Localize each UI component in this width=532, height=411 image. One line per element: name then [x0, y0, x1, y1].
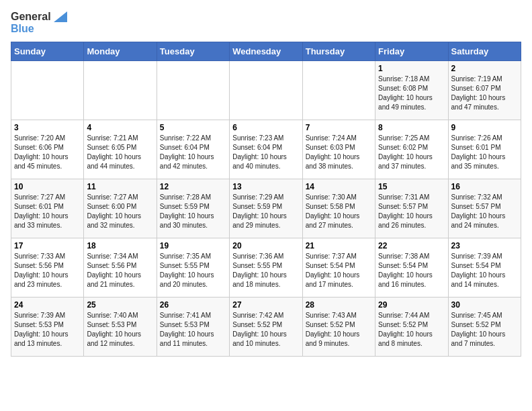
calendar-cell: 22Sunrise: 7:38 AM Sunset: 5:54 PM Dayli…	[375, 238, 448, 298]
calendar-cell: 5Sunrise: 7:22 AM Sunset: 6:04 PM Daylig…	[157, 120, 229, 179]
day-number: 16	[451, 182, 518, 191]
calendar-cell: 17Sunrise: 7:33 AM Sunset: 5:56 PM Dayli…	[11, 238, 84, 298]
calendar-cell: 11Sunrise: 7:27 AM Sunset: 6:00 PM Dayli…	[84, 179, 157, 238]
calendar-cell: 23Sunrise: 7:39 AM Sunset: 5:54 PM Dayli…	[448, 238, 521, 298]
calendar-cell: 21Sunrise: 7:37 AM Sunset: 5:54 PM Dayli…	[302, 238, 375, 298]
logo: General Blue	[11, 11, 67, 35]
weekday-header: Friday	[375, 42, 448, 61]
calendar-cell: 2Sunrise: 7:19 AM Sunset: 6:07 PM Daylig…	[448, 61, 521, 120]
day-info: Sunrise: 7:27 AM Sunset: 6:00 PM Dayligh…	[87, 193, 153, 230]
day-number: 2	[451, 64, 518, 73]
day-number: 15	[378, 182, 445, 191]
calendar-cell: 25Sunrise: 7:40 AM Sunset: 5:53 PM Dayli…	[84, 298, 157, 357]
page-header: General Blue	[11, 11, 521, 35]
svg-marker-0	[54, 11, 67, 22]
day-number: 14	[306, 182, 372, 191]
day-info: Sunrise: 7:36 AM Sunset: 5:55 PM Dayligh…	[232, 252, 299, 289]
calendar-header: SundayMondayTuesdayWednesdayThursdayFrid…	[11, 42, 521, 61]
calendar-cell	[157, 61, 229, 120]
day-info: Sunrise: 7:44 AM Sunset: 5:52 PM Dayligh…	[378, 311, 445, 349]
day-info: Sunrise: 7:33 AM Sunset: 5:56 PM Dayligh…	[14, 252, 81, 289]
weekday-row: SundayMondayTuesdayWednesdayThursdayFrid…	[11, 42, 521, 61]
calendar-week-row: 10Sunrise: 7:27 AM Sunset: 6:01 PM Dayli…	[11, 179, 521, 238]
day-number: 26	[160, 300, 226, 310]
day-number: 11	[87, 182, 153, 191]
calendar-week-row: 1Sunrise: 7:18 AM Sunset: 6:08 PM Daylig…	[11, 61, 521, 120]
calendar-week-row: 3Sunrise: 7:20 AM Sunset: 6:06 PM Daylig…	[11, 120, 521, 179]
day-info: Sunrise: 7:32 AM Sunset: 5:57 PM Dayligh…	[451, 193, 518, 230]
day-number: 19	[160, 241, 226, 250]
calendar-cell: 8Sunrise: 7:25 AM Sunset: 6:02 PM Daylig…	[375, 120, 448, 179]
calendar-cell: 3Sunrise: 7:20 AM Sunset: 6:06 PM Daylig…	[11, 120, 84, 179]
calendar-cell: 30Sunrise: 7:45 AM Sunset: 5:52 PM Dayli…	[448, 298, 521, 357]
calendar-cell: 29Sunrise: 7:44 AM Sunset: 5:52 PM Dayli…	[375, 298, 448, 357]
day-number: 20	[232, 241, 299, 250]
day-number: 23	[451, 241, 518, 250]
day-info: Sunrise: 7:23 AM Sunset: 6:04 PM Dayligh…	[232, 134, 299, 171]
calendar-cell: 10Sunrise: 7:27 AM Sunset: 6:01 PM Dayli…	[11, 179, 84, 238]
day-info: Sunrise: 7:22 AM Sunset: 6:04 PM Dayligh…	[160, 134, 226, 171]
day-info: Sunrise: 7:30 AM Sunset: 5:58 PM Dayligh…	[306, 193, 372, 230]
day-info: Sunrise: 7:40 AM Sunset: 5:53 PM Dayligh…	[87, 311, 153, 349]
day-number: 17	[14, 241, 81, 250]
day-info: Sunrise: 7:25 AM Sunset: 6:02 PM Dayligh…	[378, 134, 445, 171]
day-info: Sunrise: 7:29 AM Sunset: 5:59 PM Dayligh…	[232, 193, 299, 230]
weekday-header: Monday	[84, 42, 157, 61]
day-info: Sunrise: 7:35 AM Sunset: 5:55 PM Dayligh…	[160, 252, 226, 289]
day-number: 24	[14, 300, 81, 310]
weekday-header: Saturday	[448, 42, 521, 61]
day-number: 27	[232, 300, 299, 310]
day-info: Sunrise: 7:37 AM Sunset: 5:54 PM Dayligh…	[306, 252, 372, 289]
calendar-cell	[84, 61, 157, 120]
calendar-week-row: 24Sunrise: 7:39 AM Sunset: 5:53 PM Dayli…	[11, 298, 521, 357]
day-number: 28	[306, 300, 372, 310]
calendar-cell: 4Sunrise: 7:21 AM Sunset: 6:05 PM Daylig…	[84, 120, 157, 179]
day-number: 12	[160, 182, 226, 191]
calendar-cell: 15Sunrise: 7:31 AM Sunset: 5:57 PM Dayli…	[375, 179, 448, 238]
calendar-cell	[302, 61, 375, 120]
day-info: Sunrise: 7:39 AM Sunset: 5:54 PM Dayligh…	[451, 252, 518, 289]
logo-triangle-icon	[54, 11, 67, 22]
day-info: Sunrise: 7:24 AM Sunset: 6:03 PM Dayligh…	[306, 134, 372, 171]
day-info: Sunrise: 7:19 AM Sunset: 6:07 PM Dayligh…	[451, 75, 518, 112]
calendar-cell: 19Sunrise: 7:35 AM Sunset: 5:55 PM Dayli…	[157, 238, 229, 298]
day-number: 29	[378, 300, 445, 310]
day-number: 18	[87, 241, 153, 250]
weekday-header: Tuesday	[157, 42, 229, 61]
calendar-cell: 12Sunrise: 7:28 AM Sunset: 5:59 PM Dayli…	[157, 179, 229, 238]
calendar-cell: 9Sunrise: 7:26 AM Sunset: 6:01 PM Daylig…	[448, 120, 521, 179]
day-number: 7	[306, 123, 372, 132]
day-number: 13	[232, 182, 299, 191]
day-info: Sunrise: 7:31 AM Sunset: 5:57 PM Dayligh…	[378, 193, 445, 230]
day-number: 9	[451, 123, 518, 132]
calendar-cell: 18Sunrise: 7:34 AM Sunset: 5:56 PM Dayli…	[84, 238, 157, 298]
calendar-table: SundayMondayTuesdayWednesdayThursdayFrid…	[11, 42, 521, 357]
calendar-cell: 16Sunrise: 7:32 AM Sunset: 5:57 PM Dayli…	[448, 179, 521, 238]
day-info: Sunrise: 7:18 AM Sunset: 6:08 PM Dayligh…	[378, 75, 445, 112]
calendar-cell: 27Sunrise: 7:42 AM Sunset: 5:52 PM Dayli…	[230, 298, 302, 357]
day-number: 30	[451, 300, 518, 310]
day-number: 25	[87, 300, 153, 310]
day-number: 3	[14, 123, 81, 132]
day-info: Sunrise: 7:28 AM Sunset: 5:59 PM Dayligh…	[160, 193, 226, 230]
day-number: 5	[160, 123, 226, 132]
calendar-cell: 13Sunrise: 7:29 AM Sunset: 5:59 PM Dayli…	[230, 179, 302, 238]
calendar-cell: 20Sunrise: 7:36 AM Sunset: 5:55 PM Dayli…	[230, 238, 302, 298]
calendar-cell	[11, 61, 84, 120]
weekday-header: Wednesday	[230, 42, 302, 61]
logo-general: General	[11, 11, 51, 23]
day-number: 8	[378, 123, 445, 132]
day-info: Sunrise: 7:41 AM Sunset: 5:53 PM Dayligh…	[160, 311, 226, 349]
day-number: 10	[14, 182, 81, 191]
weekday-header: Thursday	[302, 42, 375, 61]
day-info: Sunrise: 7:27 AM Sunset: 6:01 PM Dayligh…	[14, 193, 81, 230]
day-info: Sunrise: 7:34 AM Sunset: 5:56 PM Dayligh…	[87, 252, 153, 289]
calendar-cell	[230, 61, 302, 120]
day-number: 1	[378, 64, 445, 73]
day-number: 21	[306, 241, 372, 250]
day-info: Sunrise: 7:20 AM Sunset: 6:06 PM Dayligh…	[14, 134, 81, 171]
day-number: 4	[87, 123, 153, 132]
calendar-cell: 1Sunrise: 7:18 AM Sunset: 6:08 PM Daylig…	[375, 61, 448, 120]
calendar-body: 1Sunrise: 7:18 AM Sunset: 6:08 PM Daylig…	[11, 61, 521, 357]
calendar-week-row: 17Sunrise: 7:33 AM Sunset: 5:56 PM Dayli…	[11, 238, 521, 298]
